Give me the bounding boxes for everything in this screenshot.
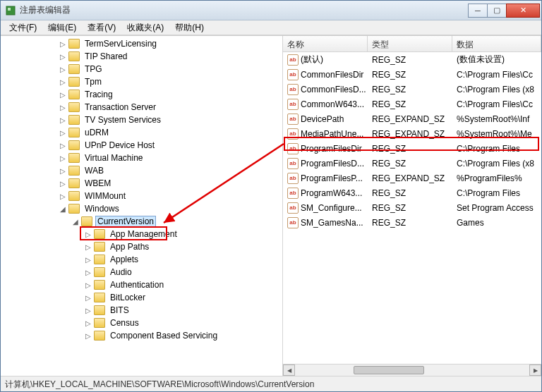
tree-item[interactable]: ▷Applets [83,253,282,266]
value-name: DevicePath [301,114,344,124]
list-row[interactable]: ab(默认)REG_SZ(数值未设置) [283,52,541,67]
list-row[interactable]: abDevicePathREG_EXPAND_SZ%SystemRoot%\In… [283,111,541,126]
tree-item[interactable]: ▷UPnP Device Host [57,139,282,152]
value-data: C:\Program Files [452,188,541,198]
scroll-left-icon[interactable]: ◀ [283,365,295,376]
expand-icon[interactable]: ▷ [57,129,68,137]
tree-item[interactable]: ▷Audio [83,266,282,278]
expand-icon[interactable]: ▷ [83,231,94,238]
value-type: REG_SZ [368,203,452,213]
menu-help[interactable]: 帮助(H) [169,20,210,35]
tree-item[interactable]: ▷uDRM [57,126,282,139]
list-row[interactable]: abSM_GamesNa...REG_SZGames [283,215,541,230]
tree-item[interactable]: ▷Virtual Machine [57,152,282,164]
folder-icon [68,64,80,74]
tree-item[interactable]: ▷App Management [83,228,282,240]
folder-icon [68,102,80,112]
expand-icon[interactable]: ▷ [57,66,68,73]
expand-icon[interactable]: ▷ [57,91,68,99]
scroll-right-icon[interactable]: ▶ [529,365,541,376]
tree-item[interactable]: ▷App Paths [83,240,282,253]
expand-icon[interactable]: ▷ [83,243,94,251]
expand-icon[interactable]: ▷ [57,78,68,86]
expand-icon[interactable]: ▷ [57,40,68,48]
value-type: REG_SZ [368,85,452,94]
tree-item[interactable]: ▷TV System Services [57,114,282,126]
string-value-icon: ab [287,202,299,214]
collapse-icon[interactable]: ◢ [57,205,68,213]
expand-icon[interactable]: ▷ [83,319,94,327]
list-row[interactable]: abProgramFilesP...REG_EXPAND_SZ%ProgramF… [283,171,541,185]
expand-icon[interactable]: ▷ [83,307,94,314]
window-controls: ─ ▢ ✕ [469,4,540,18]
tree-item[interactable]: ▷TPG [57,63,282,75]
tree-item[interactable]: ▷Authentication [83,278,282,291]
list-row[interactable]: abSM_Configure...REG_SZSet Program Acces… [283,200,541,215]
expand-icon[interactable]: ▷ [57,180,68,188]
expand-icon[interactable]: ▷ [57,154,68,162]
folder-icon [68,90,80,99]
expand-icon[interactable]: ▷ [57,116,68,124]
folder-icon [94,229,105,239]
minimize-button[interactable]: ─ [468,4,488,18]
list-row[interactable]: abCommonW643...REG_SZC:\Program Files\Cc [283,97,541,111]
expand-icon[interactable]: ▷ [83,294,94,302]
list-row[interactable]: abProgramFilesDirREG_SZC:\Program Files [283,141,541,156]
list-row[interactable]: abCommonFilesD...REG_SZC:\Program Files … [283,82,541,97]
string-value-icon: ab [287,188,299,199]
list-hscrollbar[interactable]: ◀ ▶ [283,364,541,376]
tree-item[interactable]: ▷TermServLicensing [57,37,282,50]
expand-icon[interactable]: ▷ [57,104,68,111]
list-row[interactable]: abProgramFilesD...REG_SZC:\Program Files… [283,156,541,171]
tree-item[interactable]: ▷WBEM [57,177,282,190]
expand-icon[interactable]: ▷ [83,269,94,276]
tree-item[interactable]: ▷Transaction Server [57,101,282,114]
tree-item[interactable]: ▷WIMMount [57,190,282,202]
expand-icon[interactable]: ▷ [57,142,68,149]
tree-pane[interactable]: ▷TermServLicensing▷TIP Shared▷TPG▷Tpm▷Tr… [1,36,283,376]
list-body[interactable]: ab(默认)REG_SZ(数值未设置)abCommonFilesDirREG_S… [283,52,541,364]
menu-file[interactable]: 文件(F) [4,20,42,35]
col-header-data[interactable]: 数据 [452,36,541,51]
folder-icon [94,318,105,328]
close-button[interactable]: ✕ [506,4,540,18]
value-data: C:\Program Files (x8 [452,85,541,94]
tree-item[interactable]: ▷Tracing [57,88,282,101]
value-name: SM_GamesNa... [301,218,363,228]
list-row[interactable]: abCommonFilesDirREG_SZC:\Program Files\C… [283,67,541,82]
list-row[interactable]: abProgramW643...REG_SZC:\Program Files [283,185,541,200]
menu-edit[interactable]: 编辑(E) [42,20,82,35]
value-data: Set Program Access [452,203,541,213]
regedit-window: 注册表编辑器 ─ ▢ ✕ 文件(F) 编辑(E) 查看(V) 收藏夹(A) 帮助… [0,0,542,392]
tree-item[interactable]: ▷WAB [57,164,282,177]
expand-icon[interactable]: ▷ [57,192,68,200]
tree-item[interactable]: ▷TIP Shared [57,50,282,63]
expand-icon[interactable]: ▷ [83,281,94,289]
value-type: REG_SZ [368,218,452,228]
folder-icon [68,51,80,61]
tree-item[interactable]: ▷BITS [83,304,282,317]
menu-favorites[interactable]: 收藏夹(A) [121,20,169,35]
tree-item-windows[interactable]: ◢ Windows [57,202,282,215]
tree-item[interactable]: ▷Census [83,317,282,329]
expand-icon[interactable]: ▷ [83,256,94,264]
tree-item[interactable]: ▷Component Based Servicing [83,329,282,342]
tree-item[interactable]: ▷Tpm [57,75,282,88]
list-row[interactable]: abMediaPathUne...REG_EXPAND_SZ%SystemRoo… [283,126,541,141]
col-header-name[interactable]: 名称 [283,36,368,51]
tree-item[interactable]: ▷BitLocker [83,291,282,304]
expand-icon[interactable]: ▷ [83,332,94,340]
col-header-type[interactable]: 类型 [368,36,452,51]
menu-view[interactable]: 查看(V) [82,20,121,35]
tree-item-currentversion[interactable]: ◢ CurrentVersion [70,215,282,228]
scroll-thumb[interactable] [354,366,424,374]
expand-icon[interactable]: ▷ [57,167,68,175]
collapse-icon[interactable]: ◢ [70,218,81,226]
value-type: REG_SZ [368,188,452,198]
folder-icon [68,166,80,176]
folder-icon [68,77,80,87]
maximize-button[interactable]: ▢ [487,4,507,18]
expand-icon[interactable]: ▷ [57,53,68,61]
folder-icon [94,331,105,341]
string-value-icon: ab [287,54,299,66]
